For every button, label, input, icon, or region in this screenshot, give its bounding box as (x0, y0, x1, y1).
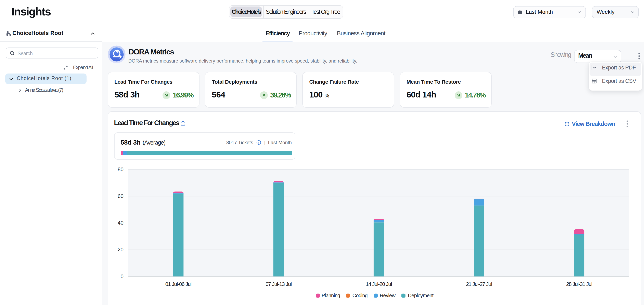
svg-text:40: 40 (118, 220, 123, 226)
svg-text:0: 0 (120, 273, 123, 280)
svg-text:21 Jul-27 Jul: 21 Jul-27 Jul (466, 281, 492, 287)
svg-text:Coding: Coding (352, 293, 367, 298)
svg-text:28 Jul-31 Jul: 28 Jul-31 Jul (566, 281, 592, 287)
svg-text:60: 60 (118, 193, 123, 199)
svg-text:07 Jul-13 Jul: 07 Jul-13 Jul (265, 281, 292, 287)
svg-text:14 Jul-20 Jul: 14 Jul-20 Jul (366, 281, 392, 287)
svg-text:Planning: Planning (322, 293, 340, 298)
svg-text:80: 80 (118, 166, 123, 172)
svg-text:01 Jul-06 Jul: 01 Jul-06 Jul (165, 281, 191, 287)
svg-text:Review: Review (380, 293, 396, 298)
svg-text:Deployment: Deployment (408, 293, 433, 298)
svg-text:20: 20 (118, 247, 123, 253)
